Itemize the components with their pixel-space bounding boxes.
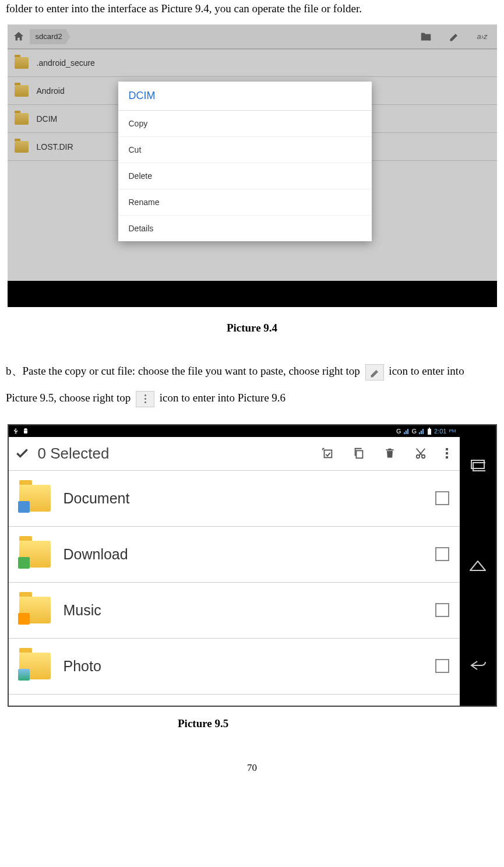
folder-icon (19, 485, 51, 512)
document-badge-icon (18, 501, 30, 513)
svg-rect-4 (356, 450, 362, 458)
menu-item-cut[interactable]: Cut (118, 137, 372, 163)
caption-9-5: Picture 9.5 (6, 717, 498, 730)
home-button[interactable] (460, 551, 496, 580)
action-bar: 0 Selected (9, 437, 460, 471)
menu-item-details[interactable]: Details (118, 216, 372, 241)
status-time: 2:01 (434, 428, 446, 435)
folder-label: Download (64, 546, 435, 563)
menu-item-delete[interactable]: Delete (118, 163, 372, 189)
download-badge-icon (18, 557, 30, 569)
checkbox[interactable] (435, 659, 449, 673)
done-icon[interactable] (15, 446, 30, 461)
music-badge-icon (18, 613, 30, 625)
trash-icon[interactable] (384, 447, 396, 460)
status-ampm: PM (449, 428, 456, 434)
context-menu-title: DCIM (118, 82, 372, 111)
paragraph-b: b、Paste the copy or cut file: choose the… (6, 358, 498, 411)
usb-icon (12, 428, 19, 435)
g-indicator-icon: G (396, 428, 401, 435)
back-button[interactable] (460, 651, 496, 680)
list-item[interactable]: Music (9, 583, 460, 639)
para-b-part1: b、Paste the copy or cut file: choose the… (6, 365, 363, 377)
page-number: 70 (6, 762, 498, 785)
checkbox[interactable] (435, 491, 449, 505)
menu-item-copy[interactable]: Copy (118, 111, 372, 137)
para-b-part3: icon to enter into Picture 9.6 (160, 392, 286, 404)
inline-overflow-icon (136, 391, 154, 407)
list-item[interactable]: Document (9, 471, 460, 527)
recent-apps-button[interactable] (460, 451, 496, 480)
signal-icon (404, 428, 410, 434)
list-item[interactable]: Photo (9, 639, 460, 695)
folder-label: Photo (64, 658, 435, 675)
menu-item-rename[interactable]: Rename (118, 189, 372, 216)
cut-icon[interactable] (414, 447, 427, 460)
file-selector-app: G G 2:01 PM 0 Selected (9, 425, 460, 706)
svg-rect-1 (428, 429, 431, 435)
photo-badge-icon (18, 669, 30, 681)
folder-icon (19, 597, 51, 623)
folder-label: Music (64, 602, 435, 619)
inline-pencil-icon (365, 364, 384, 380)
caption-9-4: Picture 9.4 (6, 322, 498, 334)
svg-rect-8 (473, 463, 485, 471)
checkbox[interactable] (435, 603, 449, 617)
list-item[interactable]: Download (9, 527, 460, 583)
overflow-icon[interactable] (446, 448, 448, 459)
select-all-icon[interactable] (321, 447, 334, 460)
g-indicator-icon: G (412, 428, 417, 435)
folder-icon (19, 541, 51, 568)
status-bar: G G 2:01 PM (9, 425, 460, 437)
signal-icon (419, 428, 425, 434)
battery-icon (427, 428, 432, 435)
nav-bar (460, 425, 496, 706)
folder-label: Document (64, 490, 435, 507)
figure-9-5: G G 2:01 PM 0 Selected (8, 424, 497, 707)
selected-count: 0 Selected (38, 445, 321, 463)
android-icon (22, 428, 30, 435)
figure-9-4: sdcard2 + a›z .android_secure Android DC… (8, 24, 497, 307)
copy-icon[interactable] (353, 447, 365, 460)
svg-rect-2 (429, 428, 430, 429)
folder-list: Document Download Music (9, 471, 460, 706)
intro-text: folder to enter into the interface as Pi… (6, 0, 498, 17)
context-menu: DCIM Copy Cut Delete Rename Details (118, 82, 372, 241)
folder-icon (19, 653, 51, 679)
checkbox[interactable] (435, 547, 449, 561)
svg-rect-3 (324, 450, 332, 458)
